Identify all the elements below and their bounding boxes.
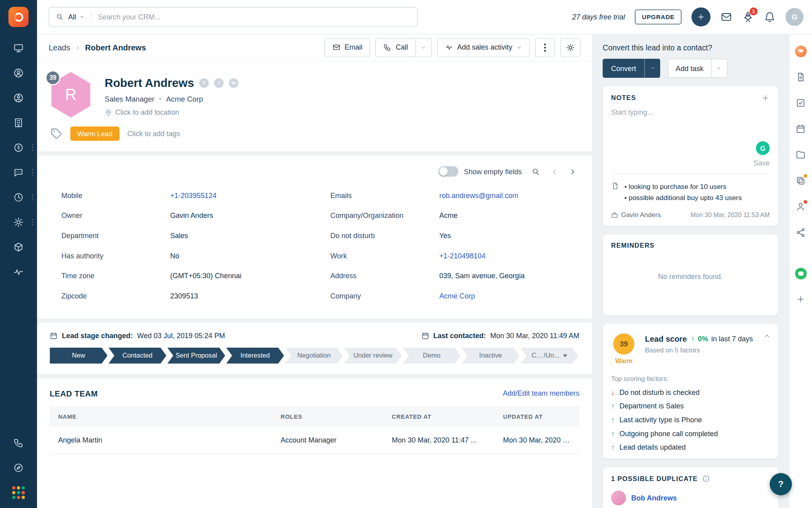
stage-under-review[interactable]: Under review (344, 348, 402, 364)
strip-item-calendar[interactable] (789, 116, 812, 142)
sidebar-item-analytics[interactable] (0, 259, 37, 284)
convert-dropdown-caret[interactable] (645, 59, 661, 78)
user-avatar[interactable]: G (785, 8, 803, 26)
strip-item-files[interactable] (789, 142, 812, 167)
stage-contacted[interactable]: Contacted (109, 348, 167, 364)
stage-interested[interactable]: Interested (226, 348, 284, 364)
linkedin-icon[interactable]: in (229, 78, 238, 88)
add-sales-activity-button[interactable]: Add sales activity (437, 38, 530, 57)
strip-item-contacts[interactable] (789, 194, 812, 219)
edit-team-members-link[interactable]: Add/Edit team members (503, 389, 579, 397)
twitter-icon[interactable]: t (214, 78, 224, 88)
sidebar-item-conversations[interactable] (0, 160, 37, 185)
call-button[interactable]: Call (375, 38, 416, 57)
sidebar-item-phone[interactable] (0, 430, 37, 455)
upgrade-button[interactable]: UPGRADE (635, 10, 682, 24)
note-timestamp: Mon 30 Mar, 2020 11:53 AM (690, 211, 770, 219)
sidebar-item-dashboard[interactable] (0, 35, 37, 60)
has-authority-value: No (170, 252, 179, 260)
sidebar-item-activities[interactable] (0, 185, 37, 210)
clock-icon (13, 192, 24, 202)
field-label: Address (330, 272, 439, 280)
conversations-overflow-dots[interactable] (32, 169, 33, 176)
search-input[interactable] (98, 13, 411, 21)
strip-item-tasks[interactable] (789, 90, 812, 116)
note-save-button[interactable]: Save (611, 159, 770, 167)
note-bullet: possible additional buy upto 43 users (624, 192, 742, 203)
search-scope-label: All (68, 13, 76, 21)
strip-item-add-widget[interactable] (789, 286, 812, 312)
show-empty-fields-toggle[interactable] (439, 166, 459, 177)
column-updated-at: UPDATED AT (495, 413, 580, 419)
stage-closed[interactable]: C... /Un... (521, 348, 578, 364)
search-fields-button[interactable] (531, 167, 540, 176)
note-input[interactable]: Start typing... G (611, 108, 770, 157)
sidebar-item-contacts[interactable] (0, 85, 37, 110)
pulse-icon (13, 266, 24, 277)
prev-record-button[interactable] (550, 167, 559, 176)
help-button[interactable]: ? (770, 473, 792, 495)
breadcrumb-leads-link[interactable]: Leads (49, 43, 70, 52)
add-task-dropdown-caret[interactable] (711, 59, 727, 78)
stage-sent-proposal[interactable]: Sent Proposal (167, 348, 225, 364)
note-placeholder: Start typing... (611, 108, 653, 116)
stage-inactive[interactable]: Inactive (462, 348, 519, 364)
strip-item-connector[interactable] (789, 219, 812, 245)
duplicate-row[interactable]: Bob Andrews (611, 491, 770, 505)
tags-row: Warm Lead Click to add tags (50, 127, 579, 141)
emails-value[interactable]: rob.andrews@gmail.com (439, 191, 518, 199)
sidebar-item-settings[interactable] (0, 210, 37, 235)
search-divider (91, 12, 91, 22)
search-scope-dropdown[interactable]: All (68, 13, 84, 21)
sidebar-item-leads[interactable] (0, 60, 37, 85)
sidebar-item-apps[interactable] (0, 480, 37, 505)
add-task-button[interactable]: Add task (668, 59, 711, 78)
mobile-value[interactable]: +1-203955124 (170, 191, 216, 199)
stage-negotiation[interactable]: Negotiation (285, 348, 343, 364)
duplicate-name-link[interactable]: Bob Andrews (631, 494, 677, 502)
chevron-down-icon (79, 14, 84, 19)
next-record-button[interactable] (568, 167, 577, 176)
facebook-icon[interactable]: f (199, 78, 209, 88)
note-item[interactable]: looking to purchase for 10 users possibl… (611, 173, 770, 203)
whats-new-button[interactable]: 1 (742, 11, 754, 23)
table-row[interactable]: Angela Martin Account Manager Mon 30 Mar… (50, 427, 579, 454)
freshchat-icon (795, 267, 806, 279)
sidebar-item-web[interactable] (0, 455, 37, 480)
add-note-button[interactable] (761, 94, 770, 102)
collapse-button[interactable] (763, 332, 771, 340)
settings-overflow-dots[interactable] (32, 219, 33, 225)
add-location-field[interactable]: Click to add location (105, 108, 238, 116)
warm-lead-tag[interactable]: Warm Lead (70, 127, 119, 141)
building-icon (13, 117, 24, 128)
team-member-name[interactable]: Angela Martin (50, 436, 272, 444)
sidebar-item-products[interactable] (0, 235, 37, 260)
stage-demo[interactable]: Demo (403, 348, 461, 364)
deals-overflow-dots[interactable] (32, 144, 33, 151)
call-button-label: Call (396, 43, 408, 51)
info-icon[interactable]: i (702, 475, 710, 483)
trend-up-icon: ↑ (691, 335, 695, 343)
company-link[interactable]: Acme Corp (439, 292, 475, 300)
lead-avatar[interactable]: R 39 (50, 72, 92, 117)
convert-button[interactable]: Convert (603, 59, 645, 78)
strip-item-duplicates[interactable] (789, 168, 812, 194)
note-doc-icon (611, 182, 619, 203)
freshworks-logo[interactable] (8, 7, 29, 27)
sidebar-item-accounts[interactable] (0, 110, 37, 135)
stage-new[interactable]: New (50, 348, 107, 364)
page-settings-button[interactable] (560, 38, 580, 57)
notifications-button[interactable] (764, 11, 776, 23)
sidebar-item-deals[interactable]: $ (0, 135, 37, 160)
email-inbox-button[interactable] (720, 11, 732, 23)
call-dropdown-caret[interactable] (416, 38, 432, 57)
email-button[interactable]: Email (324, 38, 370, 57)
strip-item-freshchat[interactable] (789, 260, 812, 286)
strip-item-notes[interactable] (789, 64, 812, 90)
more-actions-button[interactable] (535, 38, 555, 57)
add-tags-field[interactable]: Click to add tags (127, 130, 180, 138)
work-phone-value[interactable]: +1-210498104 (439, 252, 486, 260)
activities-overflow-dots[interactable] (32, 194, 33, 200)
strip-item-freddy[interactable] (789, 38, 812, 64)
quick-add-button[interactable] (691, 8, 710, 27)
